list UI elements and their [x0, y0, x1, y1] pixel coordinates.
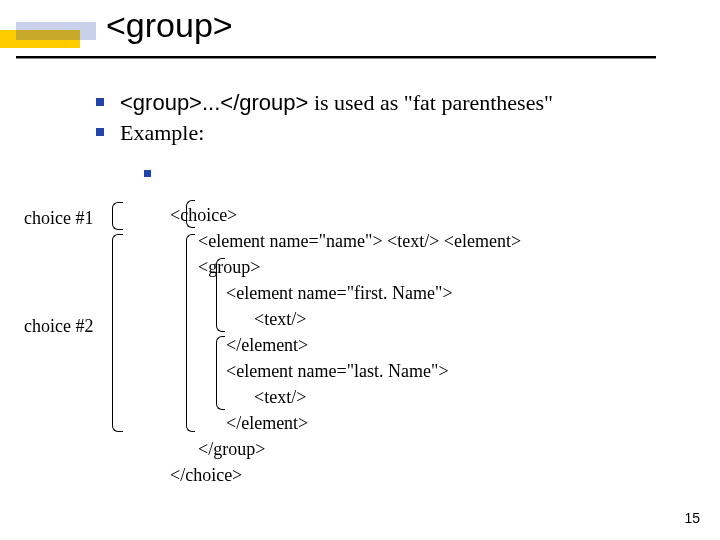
- accent-blue: [16, 22, 96, 40]
- bullet-2: Example:: [96, 118, 696, 148]
- bullet-square-icon: [96, 128, 104, 136]
- corner-decoration: [0, 22, 96, 58]
- code-line: <choice>: [170, 205, 237, 225]
- bullet-1-text: is used as "fat parentheses": [308, 90, 553, 115]
- body: <group>...</group> is used as "fat paren…: [96, 88, 696, 166]
- bullet-2-text: Example:: [120, 120, 204, 145]
- title-underline: [16, 56, 656, 58]
- bullet-1-code: <group>...</group>: [120, 90, 308, 115]
- slide-title: <group>: [106, 6, 233, 45]
- brace-icon: [112, 202, 123, 230]
- bullet-1: <group>...</group> is used as "fat paren…: [96, 88, 696, 118]
- brace-icon: [112, 234, 123, 432]
- brace-icon: [186, 200, 195, 228]
- brace-icon: [186, 234, 195, 432]
- annotation-choice-2: choice #2: [24, 316, 93, 337]
- code-line: <element name="last. Name">: [170, 358, 449, 384]
- page-number: 15: [684, 510, 700, 526]
- bullet-square-icon: [96, 98, 104, 106]
- annotation-choice-1: choice #1: [24, 208, 93, 229]
- code-line: <element name="name"> <text/> <element>: [170, 228, 521, 254]
- code-line: </group>: [170, 436, 265, 462]
- code-block: <choice> <element name="name"> <text/> <…: [170, 176, 521, 488]
- bullet-square-icon: [144, 170, 151, 177]
- brace-icon: [216, 336, 225, 410]
- code-line: <element name="first. Name">: [170, 280, 453, 306]
- brace-icon: [216, 258, 225, 332]
- code-line: </choice>: [170, 465, 242, 485]
